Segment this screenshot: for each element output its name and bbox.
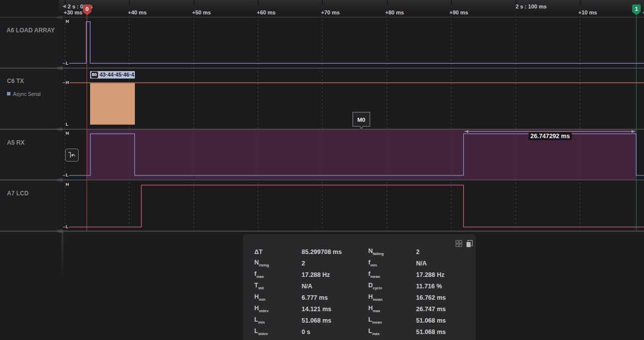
svg-text:M0: M0 — [357, 117, 365, 123]
svg-text:1: 1 — [635, 6, 638, 12]
svg-text:0: 0 — [86, 6, 89, 12]
